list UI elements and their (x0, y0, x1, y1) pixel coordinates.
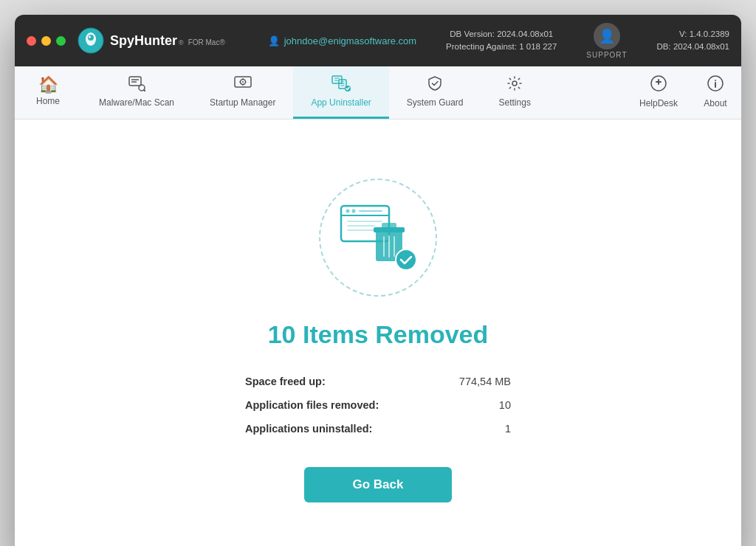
logo-text-area: SpyHunter ® FOR Mac® (110, 33, 225, 49)
svg-rect-41 (382, 223, 396, 229)
startup-manager-icon (234, 75, 252, 94)
nav-label-about: About (704, 98, 726, 108)
title-bar: SpyHunter ® FOR Mac® 👤 johndoe@enigmasof… (15, 15, 741, 66)
protecting-label: Protecting Against: 1 018 227 (446, 41, 557, 53)
logo-registered: ® (179, 39, 184, 46)
helpdesk-icon (650, 75, 667, 95)
svg-point-34 (352, 210, 356, 213)
nav-item-settings[interactable]: Settings (481, 66, 549, 119)
svg-point-2 (88, 35, 94, 41)
home-icon: 🏠 (38, 77, 58, 93)
result-illustration (337, 202, 419, 272)
version-info: V: 1.4.0.2389 DB: 2024.04.08x01 (657, 28, 729, 54)
nav-item-home[interactable]: 🏠 Home (15, 66, 81, 119)
user-info: 👤 johndoe@enigmasoftware.com (268, 35, 416, 46)
stat-value-space: 774,54 MB (459, 376, 511, 387)
logo-area: SpyHunter ® FOR Mac® (78, 27, 225, 54)
db-version: DB Version: 2024.04.08x01 (446, 28, 557, 41)
stat-label-apps: Applications uninstalled: (245, 423, 372, 435)
nav-item-malware-scan[interactable]: Malware/Mac Scan (81, 66, 192, 119)
main-content: 10 Items Removed Space freed up: 774,54 … (15, 120, 741, 546)
system-guard-icon (427, 75, 443, 94)
svg-point-3 (89, 36, 91, 38)
spyhunter-logo-icon (78, 27, 104, 54)
malware-scan-icon (128, 75, 145, 94)
svg-point-30 (715, 80, 716, 81)
nav-label-app-uninstaller: App Uninstaller (311, 97, 371, 108)
svg-rect-4 (129, 77, 141, 86)
stat-value-apps: 1 (505, 423, 511, 435)
nav-item-system-guard[interactable]: System Guard (389, 66, 481, 119)
svg-point-33 (346, 210, 350, 213)
about-icon (707, 75, 724, 95)
nav-label-home: Home (36, 96, 60, 106)
minimize-button[interactable] (41, 36, 51, 46)
nav-spacer (549, 66, 628, 119)
maximize-button[interactable] (56, 36, 66, 46)
logo-for-mac: FOR Mac® (188, 38, 225, 46)
svg-point-24 (512, 81, 517, 86)
stat-row-apps: Applications uninstalled: 1 (245, 417, 511, 440)
nav-bar: 🏠 Home Malware/Mac Scan (15, 66, 741, 120)
support-area[interactable]: 👤 SUPPORT (586, 23, 627, 59)
nav-label-settings: Settings (499, 97, 531, 108)
stats-table: Space freed up: 774,54 MB Application fi… (245, 370, 511, 440)
version-number: V: 1.4.0.2389 (657, 28, 729, 41)
nav-label-malware: Malware/Mac Scan (99, 97, 174, 108)
logo-brand: SpyHunter (110, 33, 177, 49)
settings-icon (506, 75, 523, 94)
result-icon-container (319, 179, 437, 297)
close-button[interactable] (27, 36, 36, 46)
go-back-button[interactable]: Go Back (304, 467, 452, 502)
nav-item-about[interactable]: About (690, 66, 741, 119)
support-icon: 👤 (594, 23, 620, 49)
nav-item-helpdesk[interactable]: HelpDesk (628, 66, 690, 119)
db-date: DB: 2024.04.08x01 (657, 41, 729, 53)
stat-label-space: Space freed up: (245, 376, 326, 387)
svg-point-11 (242, 81, 244, 83)
stat-row-space: Space freed up: 774,54 MB (245, 370, 511, 393)
stat-label-files: Application files removed: (245, 399, 379, 411)
nav-item-app-uninstaller[interactable]: App Uninstaller (293, 66, 388, 119)
user-icon: 👤 (268, 35, 280, 46)
nav-item-startup-manager[interactable]: Startup Manager (192, 66, 293, 119)
nav-label-system-guard: System Guard (407, 97, 464, 108)
nav-label-helpdesk: HelpDesk (639, 98, 678, 108)
db-info: DB Version: 2024.04.08x01 Protecting Aga… (446, 28, 557, 54)
app-window: SpyHunter ® FOR Mac® 👤 johndoe@enigmasof… (15, 15, 741, 546)
user-email: johndoe@enigmasoftware.com (284, 35, 416, 46)
stat-row-files: Application files removed: 10 (245, 393, 511, 417)
stat-value-files: 10 (499, 399, 511, 411)
svg-point-7 (139, 85, 145, 91)
support-label: SUPPORT (586, 51, 627, 59)
window-controls (27, 36, 66, 46)
nav-label-startup: Startup Manager (210, 97, 275, 108)
result-title: 10 Items Removed (268, 320, 489, 349)
svg-line-8 (144, 90, 145, 91)
app-uninstaller-icon (331, 75, 351, 94)
